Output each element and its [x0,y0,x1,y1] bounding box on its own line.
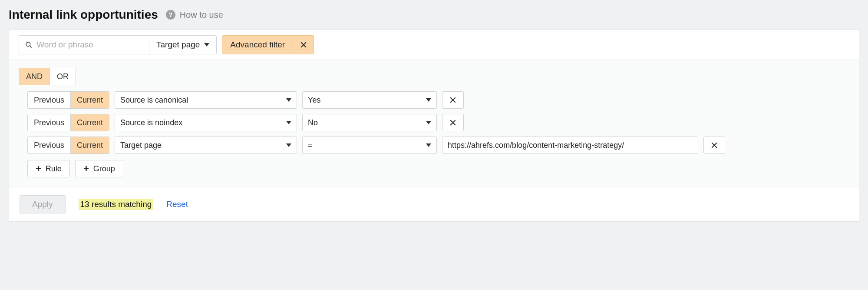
operator-select-value: = [308,141,313,150]
previous-button[interactable]: Previous [28,92,70,108]
advanced-filter-label: Advanced filter [230,40,285,50]
question-icon: ? [166,10,175,20]
plus-icon: + [36,164,41,173]
rule-row: Previous Current Source is canonical Yes [27,91,849,109]
logic-and-button[interactable]: AND [19,68,50,85]
current-button[interactable]: Current [70,92,109,108]
search-cell [19,36,149,54]
value-select[interactable]: No [302,114,437,131]
caret-down-icon [426,143,431,147]
add-row: + Rule + Group [27,160,849,177]
filter-card: Target page Advanced filter AND OR [9,30,859,222]
target-page-dropdown[interactable]: Target page [149,36,216,54]
svg-line-1 [30,46,31,47]
rules-area: AND OR Previous Current Source is canoni… [9,60,859,187]
rule-row: Previous Current Target page = [27,137,849,154]
page-title: Internal link opportunities [9,8,158,22]
advanced-filter-chip: Advanced filter [222,35,314,54]
plus-icon: + [83,164,89,173]
results-matching-label: 13 results matching [79,199,154,210]
search-icon [25,41,32,49]
how-to-use-link[interactable]: ? How to use [166,10,223,20]
prev-cur-toggle: Previous Current [27,91,109,109]
rule-row: Previous Current Source is noindex No [27,114,849,131]
close-icon [300,41,307,49]
add-group-label: Group [93,164,115,173]
add-rule-label: Rule [46,164,62,173]
target-dropdown-label: Target page [156,40,200,50]
caret-down-icon [286,98,291,102]
caret-down-icon [426,121,431,124]
current-button[interactable]: Current [70,137,109,153]
close-icon [710,141,718,149]
logic-or-button[interactable]: OR [50,68,76,85]
close-icon [449,96,457,104]
caret-down-icon [286,121,291,124]
advanced-filter-button[interactable]: Advanced filter [222,36,293,54]
previous-button[interactable]: Previous [28,114,70,131]
search-group: Target page [19,35,217,54]
field-select[interactable]: Source is noindex [115,114,297,131]
remove-rule-button[interactable] [442,114,464,131]
rule-list: Previous Current Source is canonical Yes [27,91,849,154]
value-select[interactable]: Yes [302,91,437,109]
add-group-button[interactable]: + Group [75,160,123,177]
caret-down-icon [426,98,431,102]
value-input[interactable] [442,137,698,154]
search-input[interactable] [36,40,143,50]
field-select-value: Source is noindex [120,118,182,127]
field-select[interactable]: Source is canonical [115,91,297,109]
field-select-value: Source is canonical [120,96,188,105]
top-filter-row: Target page Advanced filter [9,30,859,60]
caret-down-icon [204,43,209,47]
field-select-value: Target page [120,141,162,150]
operator-select[interactable]: = [302,137,437,154]
value-select-value: Yes [308,96,320,105]
close-icon [449,119,457,127]
reset-link[interactable]: Reset [166,200,188,209]
value-select-value: No [308,118,318,127]
prev-cur-toggle: Previous Current [27,114,109,131]
apply-button[interactable]: Apply [20,195,66,213]
footer-row: Apply 13 results matching Reset [9,187,859,221]
page-header: Internal link opportunities ? How to use [9,8,859,22]
previous-button[interactable]: Previous [28,137,70,153]
prev-cur-toggle: Previous Current [27,137,109,154]
logic-toggle: AND OR [19,68,76,85]
advanced-filter-close-button[interactable] [293,36,314,54]
field-select[interactable]: Target page [115,137,297,154]
caret-down-icon [286,143,291,147]
how-to-use-label: How to use [180,10,223,20]
add-rule-button[interactable]: + Rule [27,160,70,177]
current-button[interactable]: Current [70,114,109,131]
remove-rule-button[interactable] [703,137,725,154]
remove-rule-button[interactable] [442,91,464,109]
